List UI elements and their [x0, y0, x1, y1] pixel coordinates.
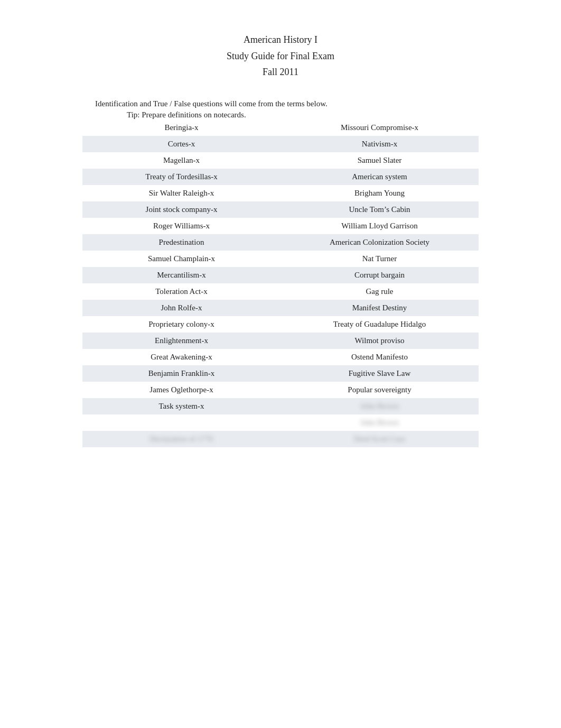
term-left: Treaty of Tordesillas-x — [82, 169, 280, 185]
table-row: John Brown — [82, 414, 479, 431]
table-row: Toleration Act-xGag rule — [82, 283, 479, 300]
term-right: Samuel Slater — [280, 152, 479, 169]
term-left: James Oglethorpe-x — [82, 382, 280, 398]
term-left: Task system-x — [82, 398, 280, 414]
term-right: Uncle Tom’s Cabin — [280, 201, 479, 218]
table-row: Treaty of Tordesillas-xAmerican system — [82, 169, 479, 185]
table-row: Task system-xJohn Brown — [82, 398, 479, 414]
term-right: Dred Scott Case — [280, 431, 479, 447]
table-row: Magellan-xSamuel Slater — [82, 152, 479, 169]
table-row: PredestinationAmerican Colonization Soci… — [82, 234, 479, 251]
term-right: Gag rule — [280, 283, 479, 300]
tip-text: Tip: Prepare definitions on notecards. — [127, 110, 519, 119]
term-left: Predestination — [82, 234, 280, 251]
term-right: Manifest Destiny — [280, 300, 479, 316]
term-left: Proprietary colony-x — [82, 316, 280, 333]
title-line2: Study Guide for Final Exam — [42, 48, 519, 64]
table-row: Sir Walter Raleigh-xBrigham Young — [82, 185, 479, 201]
term-left: Beringia-x — [82, 119, 280, 136]
term-left: Cortes-x — [82, 136, 280, 152]
term-left: John Rolfe-x — [82, 300, 280, 316]
term-right: American Colonization Society — [280, 234, 479, 251]
term-right: William Lloyd Garrison — [280, 218, 479, 234]
term-right: Fugitive Slave Law — [280, 365, 479, 382]
term-right: Nativism-x — [280, 136, 479, 152]
term-right: Popular sovereignty — [280, 382, 479, 398]
term-left: Declaration of 1776 — [82, 431, 280, 447]
term-left: Toleration Act-x — [82, 283, 280, 300]
term-left: Roger Williams-x — [82, 218, 280, 234]
table-row: Benjamin Franklin-xFugitive Slave Law — [82, 365, 479, 382]
table-row: Mercantilism-xCorrupt bargain — [82, 267, 479, 283]
term-left: Enlightenment-x — [82, 333, 280, 349]
term-left: Great Awakening-x — [82, 349, 280, 365]
title-line1: American History I — [42, 32, 519, 48]
term-right: Nat Turner — [280, 251, 479, 267]
table-row: Roger Williams-xWilliam Lloyd Garrison — [82, 218, 479, 234]
term-right: Ostend Manifesto — [280, 349, 479, 365]
term-right: Corrupt bargain — [280, 267, 479, 283]
table-row: Cortes-xNativism-x — [82, 136, 479, 152]
term-right: Brigham Young — [280, 185, 479, 201]
term-left: Benjamin Franklin-x — [82, 365, 280, 382]
intro-text: Identification and True / False question… — [95, 99, 519, 108]
page-header: American History I Study Guide for Final… — [42, 32, 519, 80]
term-left: Magellan-x — [82, 152, 280, 169]
term-right: Wilmot proviso — [280, 333, 479, 349]
title-line3: Fall 2011 — [42, 64, 519, 80]
term-left: Sir Walter Raleigh-x — [82, 185, 280, 201]
table-row: Great Awakening-xOstend Manifesto — [82, 349, 479, 365]
table-row: Declaration of 1776Dred Scott Case — [82, 431, 479, 447]
table-row: Samuel Champlain-xNat Turner — [82, 251, 479, 267]
table-row: Joint stock company-xUncle Tom’s Cabin — [82, 201, 479, 218]
term-right: Treaty of Guadalupe Hidalgo — [280, 316, 479, 333]
terms-table: Beringia-xMissouri Compromise-xCortes-xN… — [82, 119, 479, 447]
table-row: Proprietary colony-xTreaty of Guadalupe … — [82, 316, 479, 333]
term-left: Joint stock company-x — [82, 201, 280, 218]
term-right: John Brown — [280, 414, 479, 431]
term-left — [82, 414, 280, 431]
term-left: Samuel Champlain-x — [82, 251, 280, 267]
table-row: Enlightenment-xWilmot proviso — [82, 333, 479, 349]
table-row: James Oglethorpe-xPopular sovereignty — [82, 382, 479, 398]
term-right: American system — [280, 169, 479, 185]
term-right: John Brown — [280, 398, 479, 414]
term-right: Missouri Compromise-x — [280, 119, 479, 136]
table-row: John Rolfe-xManifest Destiny — [82, 300, 479, 316]
term-left: Mercantilism-x — [82, 267, 280, 283]
table-row: Beringia-xMissouri Compromise-x — [82, 119, 479, 136]
